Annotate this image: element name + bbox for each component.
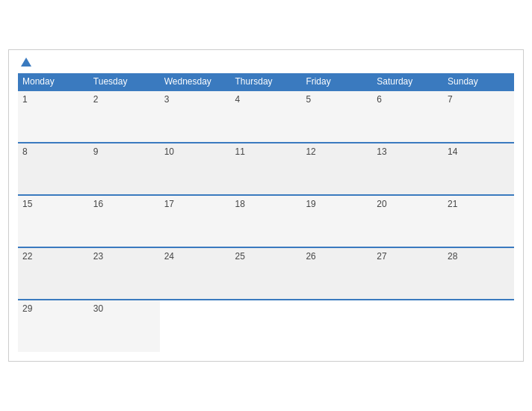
col-header-wednesday: Wednesday <box>160 73 231 90</box>
calendar-day-cell: 1 <box>18 90 89 143</box>
calendar-day-cell: 14 <box>443 143 514 195</box>
day-number: 23 <box>93 251 103 262</box>
day-number: 18 <box>235 199 245 209</box>
col-header-monday: Monday <box>18 73 89 90</box>
logo-blue-text <box>21 58 33 67</box>
calendar-day-cell: 11 <box>231 143 302 195</box>
day-number: 9 <box>93 146 99 157</box>
calendar-day-cell: 4 <box>231 90 302 143</box>
logo-triangle-icon <box>21 58 31 67</box>
calendar-day-cell: 6 <box>372 90 443 143</box>
calendar-day-cell <box>231 300 302 352</box>
calendar-day-cell <box>160 300 231 352</box>
day-number: 14 <box>448 146 457 157</box>
calendar-day-cell: 25 <box>231 247 302 300</box>
day-number: 8 <box>22 146 28 157</box>
day-number: 21 <box>448 199 457 209</box>
day-number: 20 <box>377 199 386 209</box>
calendar-day-cell: 29 <box>18 300 89 352</box>
calendar-week-row: 15161718192021 <box>18 195 514 247</box>
calendar-day-cell <box>301 300 372 352</box>
calendar-week-row: 2930 <box>18 300 514 352</box>
calendar-header <box>18 58 514 67</box>
calendar-day-cell: 27 <box>372 247 443 300</box>
calendar-thead: MondayTuesdayWednesdayThursdayFridaySatu… <box>18 73 514 90</box>
calendar-day-cell: 3 <box>160 90 231 143</box>
calendar-day-cell: 8 <box>18 143 89 195</box>
calendar-day-cell: 19 <box>301 195 372 247</box>
day-number: 16 <box>93 199 103 209</box>
day-number: 15 <box>22 199 32 209</box>
calendar-day-cell: 23 <box>89 247 160 300</box>
day-number: 29 <box>22 303 32 314</box>
col-header-saturday: Saturday <box>372 73 443 90</box>
col-header-sunday: Sunday <box>443 73 514 90</box>
calendar-container: MondayTuesdayWednesdayThursdayFridaySatu… <box>8 49 524 362</box>
calendar-day-cell: 20 <box>372 195 443 247</box>
logo <box>21 58 33 67</box>
calendar-day-cell: 24 <box>160 247 231 300</box>
day-number: 25 <box>235 251 245 262</box>
calendar-week-row: 891011121314 <box>18 143 514 195</box>
day-number: 28 <box>448 251 457 262</box>
calendar-day-cell: 7 <box>443 90 514 143</box>
calendar-week-row: 22232425262728 <box>18 247 514 300</box>
day-number: 3 <box>164 94 170 105</box>
calendar-day-cell: 10 <box>160 143 231 195</box>
days-header-row: MondayTuesdayWednesdayThursdayFridaySatu… <box>18 73 514 90</box>
calendar-day-cell: 17 <box>160 195 231 247</box>
day-number: 26 <box>306 251 315 262</box>
col-header-friday: Friday <box>301 73 372 90</box>
calendar-day-cell: 9 <box>89 143 160 195</box>
day-number: 4 <box>235 94 241 105</box>
col-header-tuesday: Tuesday <box>89 73 160 90</box>
calendar-table: MondayTuesdayWednesdayThursdayFridaySatu… <box>18 73 514 352</box>
calendar-day-cell: 30 <box>89 300 160 352</box>
calendar-day-cell: 18 <box>231 195 302 247</box>
calendar-day-cell: 2 <box>89 90 160 143</box>
day-number: 17 <box>164 199 174 209</box>
day-number: 19 <box>306 199 315 209</box>
day-number: 12 <box>306 146 315 157</box>
calendar-week-row: 1234567 <box>18 90 514 143</box>
day-number: 1 <box>22 94 28 105</box>
calendar-day-cell: 22 <box>18 247 89 300</box>
calendar-tbody: 1234567891011121314151617181920212223242… <box>18 90 514 352</box>
day-number: 30 <box>93 303 103 314</box>
day-number: 6 <box>377 94 382 105</box>
day-number: 22 <box>22 251 32 262</box>
calendar-day-cell: 13 <box>372 143 443 195</box>
calendar-day-cell: 28 <box>443 247 514 300</box>
day-number: 10 <box>164 146 174 157</box>
calendar-day-cell <box>443 300 514 352</box>
day-number: 24 <box>164 251 174 262</box>
calendar-day-cell: 16 <box>89 195 160 247</box>
day-number: 13 <box>377 146 386 157</box>
day-number: 2 <box>93 94 99 105</box>
calendar-day-cell: 15 <box>18 195 89 247</box>
calendar-day-cell: 12 <box>301 143 372 195</box>
day-number: 11 <box>235 146 245 157</box>
calendar-day-cell: 26 <box>301 247 372 300</box>
day-number: 7 <box>448 94 453 105</box>
day-number: 27 <box>377 251 386 262</box>
col-header-thursday: Thursday <box>231 73 302 90</box>
calendar-day-cell <box>372 300 443 352</box>
day-number: 5 <box>306 94 311 105</box>
calendar-day-cell: 21 <box>443 195 514 247</box>
calendar-day-cell: 5 <box>301 90 372 143</box>
